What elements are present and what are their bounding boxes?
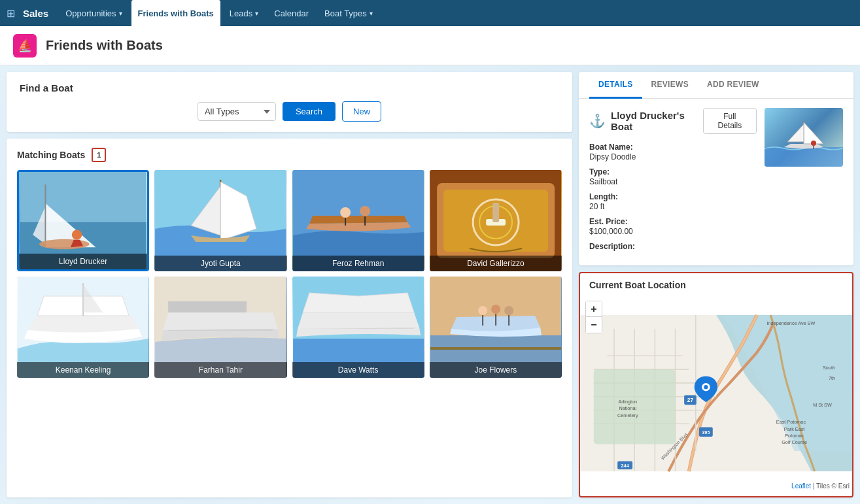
boat-card-label: Lloyd Drucker [19,254,147,269]
svg-text:Cemetery: Cemetery [617,412,638,418]
nav-item-friends-with-boats[interactable]: Friends with Boats [131,0,220,26]
svg-text:244: 244 [621,463,629,469]
boat-card[interactable]: David Gallerizzo [430,170,562,271]
boat-card[interactable]: Farhan Tahir [154,277,286,378]
matching-boats-section: Matching Boats 1 Lloyd DruckerJyoti Gupt… [7,139,572,497]
chevron-down-icon: ▾ [119,10,122,17]
map-controls: + − [585,301,602,333]
svg-text:7th: 7th [829,375,835,381]
svg-text:Arlington: Arlington [618,399,637,405]
boat-card[interactable]: Jyoti Gupta [154,170,286,271]
chevron-down-icon: ▾ [370,10,373,17]
matching-boats-header: Matching Boats 1 [17,148,562,162]
boat-card[interactable]: Joe Flowers [430,277,562,378]
map-container: Arlington National Cemetery 27 395 244 [580,295,852,491]
nav-item-boat-types[interactable]: Boat Types ▾ [318,0,379,26]
boat-card-label: Keenan Keeling [17,362,149,378]
map-section: Current Boat Location [579,272,853,497]
svg-text:395: 395 [702,429,710,435]
details-info: ⚓ Lloyd Drucker's Boat Full Details Boat… [589,108,757,256]
anchor-icon: ⚓ [589,113,606,129]
details-body: ⚓ Lloyd Drucker's Boat Full Details Boat… [579,99,853,265]
boat-card-label: Farhan Tahir [154,362,286,378]
svg-point-41 [504,306,513,315]
search-row: All Types Sailboat Motor Boat Yacht Kaya… [20,101,559,122]
boat-card-label: Dave Watts [292,362,424,378]
boat-owner-name: Lloyd Drucker's Boat [611,110,703,132]
zoom-in-button[interactable]: + [586,301,602,317]
details-panel: DETAILS REVIEWS ADD REVIEW ⚓ Lloyd Druck… [579,72,853,265]
map-header: Current Boat Location [580,273,852,295]
svg-text:South: South [823,365,835,371]
boat-card[interactable]: Lloyd Drucker [17,170,149,271]
boat-thumbnail-svg [765,108,843,167]
svg-rect-27 [168,301,247,313]
boat-name-row: ⚓ Lloyd Drucker's Boat [589,110,703,132]
svg-rect-38 [430,347,561,350]
right-panel: DETAILS REVIEWS ADD REVIEW ⚓ Lloyd Druck… [579,72,853,497]
tab-details[interactable]: DETAILS [589,72,642,99]
boat-card[interactable]: Feroz Rehman [292,170,424,271]
svg-text:27: 27 [687,397,694,403]
detail-length: Length: 20 ft [589,192,757,211]
boats-count-badge: 1 [92,148,106,162]
svg-text:M St SW: M St SW [813,402,832,408]
new-button[interactable]: New [342,101,381,122]
app-icon: ⛵ [13,34,37,58]
svg-text:Golf Course: Golf Course [782,440,807,446]
app-header: ⛵ Friends with Boats [0,26,860,65]
full-details-button[interactable]: Full Details [703,108,757,134]
svg-text:Independence Ave SW: Independence Ave SW [767,321,816,327]
top-navigation: ⊞ Sales Opportunities ▾ Friends with Boa… [0,0,860,26]
map-svg: Arlington National Cemetery 27 395 244 [580,295,852,491]
matching-boats-title: Matching Boats [17,150,85,160]
boat-card[interactable]: Keenan Keeling [17,277,149,378]
detail-description: Description: [589,241,757,251]
page-title: Friends with Boats [46,38,163,53]
details-header: ⚓ Lloyd Drucker's Boat Full Details [589,108,757,134]
tab-add-review[interactable]: ADD REVIEW [698,72,768,99]
detail-type: Type: Sailboat [589,167,757,186]
find-boat-section: Find a Boat All Types Sailboat Motor Boa… [7,72,572,132]
svg-text:Park East: Park East [784,426,805,432]
boat-card[interactable]: Dave Watts [292,277,424,378]
boat-thumbnail [765,108,843,167]
svg-point-39 [478,306,487,315]
nav-item-calendar[interactable]: Calendar [267,0,315,26]
boat-card-label: Joe Flowers [430,362,562,378]
svg-text:Potomac: Potomac [785,433,804,439]
main-content: Find a Boat All Types Sailboat Motor Boa… [0,65,860,504]
boat-type-select[interactable]: All Types Sailboat Motor Boat Yacht Kaya… [198,102,276,121]
detail-price: Est. Price: $100,000.00 [589,216,757,236]
svg-point-4 [72,229,82,239]
svg-text:East Potomac: East Potomac [776,419,806,425]
svg-point-8 [340,207,351,218]
svg-rect-18 [492,203,499,222]
zoom-out-button[interactable]: − [586,317,602,333]
nav-item-leads[interactable]: Leads ▾ [223,0,265,26]
chevron-down-icon: ▾ [255,10,258,17]
nav-item-opportunities[interactable]: Opportunities ▾ [59,0,128,26]
tab-reviews[interactable]: REVIEWS [642,72,698,99]
svg-point-9 [360,206,370,216]
map-attribution: Leaflet | Tiles © Esri [791,482,850,490]
left-panel: Find a Boat All Types Sailboat Motor Boa… [7,72,572,497]
svg-point-40 [491,305,500,314]
svg-text:National: National [619,406,636,412]
svg-point-47 [811,141,816,146]
nav-brand: Sales [23,8,48,19]
leaflet-link[interactable]: Leaflet [791,482,811,490]
detail-boat-name: Boat Name: Dipsy Doodle [589,142,757,161]
svg-point-71 [704,385,708,389]
boat-card-label: Feroz Rehman [292,256,424,271]
find-boat-title: Find a Boat [20,82,559,93]
search-button[interactable]: Search [283,102,335,121]
boat-card-label: Jyoti Gupta [154,256,286,271]
details-tabs: DETAILS REVIEWS ADD REVIEW [579,72,853,99]
boats-grid: Lloyd DruckerJyoti GuptaFeroz RehmanDavi… [17,170,562,378]
map-title: Current Boat Location [589,280,686,290]
grid-icon[interactable]: ⊞ [7,7,15,20]
boat-card-label: David Gallerizzo [430,256,562,271]
